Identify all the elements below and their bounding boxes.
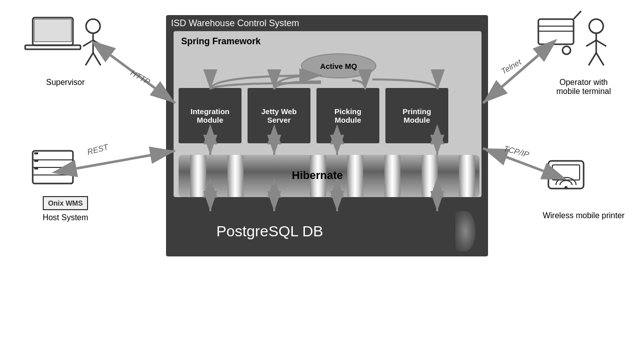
postgres-label: PostgreSQL DB: [216, 223, 323, 240]
postgres-end-cap: [455, 211, 475, 251]
host-system-label: Host System: [43, 213, 89, 222]
printing-module-box: PrintingModule: [385, 88, 448, 143]
host-onix-badge: Onix WMS: [43, 196, 88, 210]
jetty-module-box: Jetty WebServer: [248, 88, 310, 143]
svg-rect-15: [33, 151, 73, 184]
svg-rect-20: [34, 160, 38, 162]
svg-rect-6: [33, 18, 73, 45]
printer-entity-label: Wireless mobile printer: [543, 211, 625, 220]
supervisor-label: Supervisor: [46, 78, 85, 86]
printer-label-container: Wireless mobile printer: [533, 211, 634, 220]
barrel-connector-6: [422, 155, 438, 197]
svg-rect-21: [34, 167, 38, 169]
supervisor-label-container: Supervisor: [25, 78, 106, 87]
wcs-title: ISD Warehouse Control System: [171, 18, 299, 29]
operator-label: Operator withmobile terminal: [556, 78, 611, 96]
svg-line-13: [86, 53, 93, 65]
svg-text:HTTP: HTTP: [129, 68, 152, 86]
spring-label: Spring Framework: [181, 36, 261, 47]
barrel-connector-7: [459, 155, 475, 197]
picking-module-box: PickingModule: [316, 88, 379, 143]
svg-line-12: [93, 40, 103, 46]
svg-line-32: [589, 53, 596, 65]
svg-line-38: [76, 151, 175, 168]
svg-line-11: [83, 40, 93, 46]
svg-rect-8: [25, 45, 80, 49]
svg-line-40: [483, 148, 543, 171]
svg-rect-22: [538, 19, 574, 44]
svg-text:Telnet: Telnet: [500, 57, 523, 75]
svg-text:TCP/IP: TCP/IP: [503, 144, 530, 159]
active-mq-ellipse: Active MQ: [301, 53, 376, 78]
svg-line-37: [111, 55, 175, 103]
modules-row: IntegrationModule Jetty WebServer Pickin…: [179, 88, 448, 143]
svg-rect-19: [34, 152, 38, 154]
svg-rect-34: [548, 161, 584, 189]
integration-module-box: IntegrationModule: [179, 88, 242, 143]
svg-point-27: [562, 46, 571, 54]
barrel-connector-2: [227, 155, 244, 197]
svg-line-25: [574, 11, 581, 19]
svg-line-31: [596, 40, 606, 46]
hibernate-label: Hibernate: [292, 169, 343, 182]
svg-point-36: [565, 186, 568, 189]
svg-line-30: [586, 40, 596, 46]
svg-point-9: [86, 19, 100, 33]
svg-line-33: [596, 53, 604, 65]
barrel-connector-5: [384, 155, 400, 197]
svg-rect-7: [34, 19, 71, 42]
svg-text:REST: REST: [86, 142, 110, 156]
operator-label-container: Operator withmobile terminal: [533, 78, 634, 96]
barrel-connector-1: [190, 155, 206, 197]
architecture-diagram: ISD Warehouse Control System Spring Fram…: [0, 0, 644, 362]
svg-rect-35: [552, 165, 580, 180]
barrel-connector-4: [347, 155, 363, 197]
svg-point-26: [540, 46, 548, 54]
host-label-container: Onix WMS Host System: [25, 196, 106, 222]
svg-line-14: [93, 53, 101, 65]
svg-line-39: [483, 55, 538, 103]
svg-point-28: [589, 19, 603, 33]
